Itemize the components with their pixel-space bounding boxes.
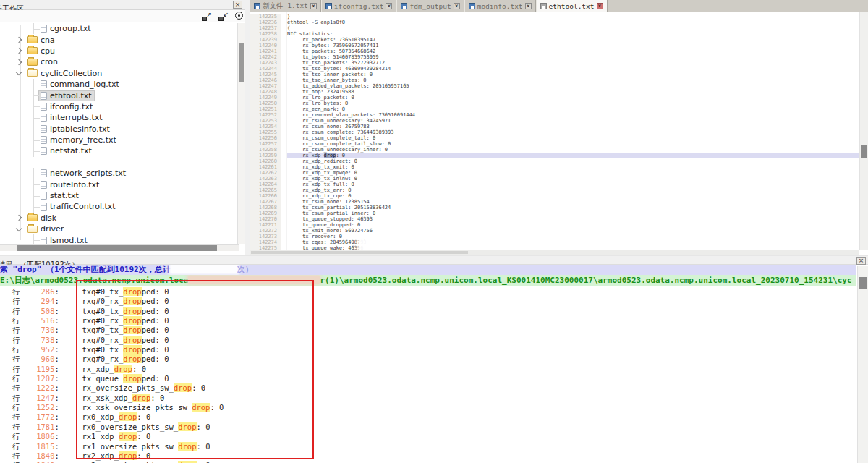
code-line: rx_lro_packets: 0 xyxy=(287,95,859,101)
tree-vertical-scrollbar-thumb[interactable] xyxy=(239,43,244,82)
tab-close-icon[interactable]: × xyxy=(386,3,392,9)
chevron-right-icon[interactable] xyxy=(16,215,22,221)
results-close-button[interactable]: × xyxy=(856,257,866,265)
workspace-close-button[interactable]: × xyxy=(233,1,242,9)
code-line: rx_xdp_tx_full: 0 xyxy=(287,182,859,187)
tree-item-content: stat.txt xyxy=(39,191,81,200)
tree-item-content: interrupts.txt xyxy=(39,113,105,122)
row-line-number: 1806 xyxy=(20,432,55,441)
tree-item-cna[interactable]: cna xyxy=(0,34,239,45)
tree-item-disk[interactable]: disk xyxy=(0,213,239,224)
collapse-all-icon[interactable]: ↙ xyxy=(218,12,229,21)
locate-current-file-icon[interactable] xyxy=(235,12,243,20)
row-line-number: 1247 xyxy=(20,394,55,403)
row-line-number: 1815 xyxy=(20,442,55,451)
file-icon xyxy=(41,237,47,244)
file-icon xyxy=(41,181,47,189)
tab-ifconfig.txt[interactable]: ifconfig.txt× xyxy=(321,0,397,12)
chevron-right-icon[interactable] xyxy=(16,48,22,54)
tree-item-iptablesInfo.txt[interactable]: iptablesInfo.txt xyxy=(0,124,239,135)
editor-vertical-scrollbar[interactable] xyxy=(859,12,868,250)
tree-item-cyclicCollection[interactable]: cyclicCollection xyxy=(0,68,239,79)
chevron-right-icon[interactable] xyxy=(16,59,22,65)
tree-item-content: iptablesInfo.txt xyxy=(39,124,112,134)
tree-item-ethtool.txt[interactable]: ethtool.txt xyxy=(0,90,239,101)
row-line-number: 1252 xyxy=(20,403,55,412)
row-label: 行 xyxy=(12,326,20,335)
tree-item-ifconfig.txt[interactable]: ifconfig.txt xyxy=(0,101,239,112)
tree-horizontal-scrollbar-thumb[interactable] xyxy=(17,245,217,251)
code-line: ethtool -S enp1s0f0 xyxy=(287,20,859,25)
row-line-number: 1781 xyxy=(20,422,55,432)
editor-vertical-scrollbar-thumb[interactable] xyxy=(861,145,867,158)
code-line: rx_xdp_tx_inlnw: 0 xyxy=(287,176,859,182)
row-label: 行 xyxy=(12,374,20,383)
line-number: 142273 xyxy=(250,234,277,239)
line-number: 142243 xyxy=(250,60,277,66)
editor-horizontal-scrollbar-thumb[interactable] xyxy=(251,251,468,254)
tree-item-interrupts.txt[interactable]: interrupts.txt xyxy=(0,112,239,123)
chevron-down-icon[interactable] xyxy=(16,225,22,231)
tab-close-icon[interactable]: × xyxy=(454,3,460,9)
tree-item-cgroup.txt[interactable]: cgroup.txt xyxy=(0,23,239,34)
folder-open-icon xyxy=(27,226,38,233)
file-icon xyxy=(41,125,47,133)
file-icon xyxy=(41,114,47,122)
tab-ethtool.txt[interactable]: ethtool.txt× xyxy=(536,0,608,12)
tree-horizontal-scrollbar[interactable] xyxy=(0,244,239,251)
tree-item-lsmod.txt[interactable]: lsmod.txt xyxy=(0,234,239,244)
chevron-down-icon[interactable] xyxy=(16,69,22,75)
tree-item-content: cna xyxy=(26,35,57,45)
editor[interactable]: 1422351422361422371422381422391422401422… xyxy=(250,12,859,250)
code-line: rx_xdp_redirect: 0 xyxy=(287,158,859,164)
file-icon xyxy=(41,103,47,111)
code-area[interactable]: }ethtool -S enp1s0f0{NIC statistics: rx_… xyxy=(287,14,859,250)
line-number: 142262 xyxy=(250,170,277,176)
search-summary-suffix: 次） xyxy=(237,265,253,274)
row-line-number: 1207 xyxy=(20,374,55,383)
tree-item-label: interrupts.txt xyxy=(50,113,103,122)
line-number-gutter: 1422351422361422371422381422391422401422… xyxy=(250,14,281,250)
code-line: rx_csum_complete_tail_slow: 0 xyxy=(287,141,859,147)
code-text: rx_xdp_ xyxy=(287,153,324,158)
line-number: 142254 xyxy=(250,124,277,129)
tree-vertical-scrollbar[interactable] xyxy=(237,23,245,244)
row-label: 行 xyxy=(12,307,20,316)
tree-item-label: cron xyxy=(41,57,58,67)
save-icon xyxy=(469,3,475,9)
tab-新文件 1.txt[interactable]: 新文件 1.txt× xyxy=(250,0,321,12)
tab-fdm_output[interactable]: fdm_output× xyxy=(396,0,464,12)
tree-item-memory_free.txt[interactable]: memory_free.txt xyxy=(0,135,239,145)
save-icon xyxy=(326,3,332,9)
expand-all-icon[interactable]: ↗ xyxy=(202,12,212,21)
row-line-number: 730 xyxy=(20,326,55,335)
tree-item-cron[interactable]: cron xyxy=(0,56,239,67)
tab-close-icon[interactable]: × xyxy=(525,3,532,9)
code-line: tx_tso_packets: 35272932712 xyxy=(287,60,859,66)
tab-close-icon[interactable]: × xyxy=(310,3,317,9)
chevron-right-icon[interactable] xyxy=(16,37,22,43)
tree-item-routeInfo.txt[interactable]: routeInfo.txt xyxy=(0,179,239,190)
tab-modinfo.txt[interactable]: modinfo.txt× xyxy=(464,0,536,12)
code-line: tx_queue_dropped: 0 xyxy=(287,222,859,228)
code-line: tx_added_vlan_packets: 205165957165 xyxy=(287,83,859,89)
tree-item-label: ethtool.txt xyxy=(50,91,92,101)
line-number: 142239 xyxy=(250,37,277,43)
code-line: rx_bytes: 735960572057411 xyxy=(287,43,859,48)
results-vertical-scrollbar[interactable] xyxy=(857,266,868,463)
tree-item-trafficControl.txt[interactable]: trafficControl.txt xyxy=(0,201,239,212)
line-number: 142244 xyxy=(250,66,277,72)
line-number: 142255 xyxy=(250,129,277,135)
tab-label: ifconfig.txt xyxy=(334,2,384,10)
tab-close-icon[interactable]: × xyxy=(597,3,603,9)
tree-item-cpu[interactable]: cpu xyxy=(0,46,239,56)
tree-item-stat.txt[interactable]: stat.txt xyxy=(0,190,239,201)
tree-item-netstat.txt[interactable]: netstat.txt xyxy=(0,145,239,156)
file-tree[interactable]: cgroup.txtcnacpucroncyclicCollectioncomm… xyxy=(0,23,239,244)
folder-open-icon xyxy=(27,69,38,77)
tree-item-network_scripts.txt[interactable]: network_scripts.txt xyxy=(0,168,239,179)
tree-item-driver[interactable]: driver xyxy=(0,224,239,234)
results-vertical-scrollbar-thumb[interactable] xyxy=(859,277,867,289)
tree-item-content: disk xyxy=(26,213,59,223)
tree-item-command_log.txt[interactable]: command_log.txt xyxy=(0,79,239,90)
